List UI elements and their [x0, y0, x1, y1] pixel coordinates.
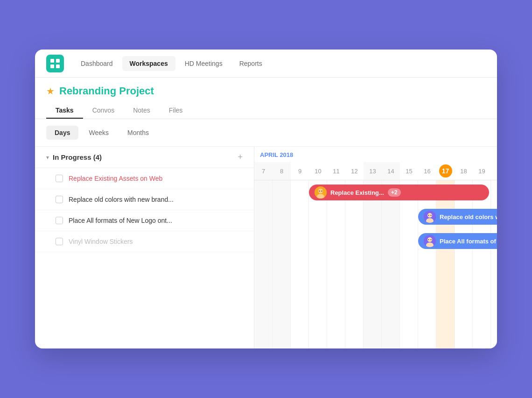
day-cell-16: 16: [418, 162, 436, 180]
task-row: Replace old colors with new brand...: [35, 189, 254, 210]
nav-reports[interactable]: Reports: [232, 56, 270, 71]
task-name-2[interactable]: Replace old colors with new brand...: [69, 196, 174, 203]
svg-point-12: [428, 215, 429, 216]
bar-avatar-1: [424, 211, 436, 223]
main-content: Days Weeks Months ▾ In Progress (4) + Re…: [35, 119, 497, 348]
task-list: Replace Existing Assets on Web Replace o…: [35, 168, 254, 348]
view-months[interactable]: Months: [119, 126, 157, 140]
nav-items: Dashboard Workspaces HD Meetings Reports: [73, 56, 270, 71]
project-header: ★ Rebranding Project: [35, 78, 497, 97]
svg-point-8: [322, 191, 322, 192]
bar-label-1: Replace old colors with new brand...: [440, 213, 497, 220]
day-cell-19: 19: [473, 162, 491, 180]
task-name-3[interactable]: Place All formats of New Logo ont...: [69, 217, 172, 224]
gantt-container: ▾ In Progress (4) + Replace Existing Ass…: [35, 147, 497, 348]
day-cell-12: 12: [345, 162, 364, 180]
bar-label-2: Place All formats of New Logo ont...: [440, 238, 497, 245]
nav-hd-meetings[interactable]: HD Meetings: [177, 56, 230, 71]
tab-tasks[interactable]: Tasks: [46, 103, 83, 119]
gantt-bar-2[interactable]: Place All formats of New Logo ont...: [418, 233, 497, 249]
day-cell-17: 17: [436, 162, 455, 180]
right-panel: APRIL 2018 789101112131415161718192021 R…: [254, 147, 497, 348]
day-cell-14: 14: [382, 162, 400, 180]
svg-rect-3: [56, 64, 60, 68]
task-checkbox-2[interactable]: [56, 196, 63, 203]
collapse-icon[interactable]: ▾: [46, 154, 49, 161]
svg-rect-2: [50, 64, 54, 68]
bar-avatar-2: [424, 235, 436, 247]
project-title: Rebranding Project: [59, 85, 154, 97]
bar-label-0: Replace Existing...: [330, 189, 384, 196]
bar-badge-0: +2: [388, 188, 401, 197]
task-checkbox-4[interactable]: [56, 238, 63, 245]
group-header: ▾ In Progress (4) +: [35, 147, 254, 168]
view-days[interactable]: Days: [46, 126, 78, 140]
task-name-1[interactable]: Replace Existing Assets on Web: [69, 175, 162, 182]
star-icon[interactable]: ★: [46, 85, 55, 97]
add-task-icon[interactable]: +: [238, 152, 243, 162]
nav-workspaces[interactable]: Workspaces: [122, 56, 175, 71]
gantt-bars: Replace Existing...+2 Replace old colors…: [254, 180, 497, 348]
day-cell-13: 13: [364, 162, 382, 180]
app-window: Dashboard Workspaces HD Meetings Reports…: [35, 50, 497, 348]
day-cell-20: 20: [491, 162, 497, 180]
left-panel: ▾ In Progress (4) + Replace Existing Ass…: [35, 147, 254, 348]
task-row: Vinyl Window Stickers: [35, 231, 254, 252]
tab-convos[interactable]: Convos: [83, 103, 124, 119]
view-weeks[interactable]: Weeks: [80, 126, 117, 140]
task-row: Place All formats of New Logo ont...: [35, 210, 254, 231]
day-cell-15: 15: [400, 162, 418, 180]
sub-tabs: Tasks Convos Notes Files: [35, 97, 497, 119]
day-cell-7: 7: [254, 162, 273, 180]
top-nav: Dashboard Workspaces HD Meetings Reports: [35, 50, 497, 78]
nav-dashboard[interactable]: Dashboard: [73, 56, 120, 71]
calendar-body: Replace Existing...+2 Replace old colors…: [254, 180, 497, 348]
bar-avatar-0: [315, 186, 327, 199]
svg-point-13: [431, 215, 432, 216]
calendar-header: APRIL 2018 789101112131415161718192021: [254, 147, 497, 180]
svg-point-18: [431, 239, 432, 240]
task-checkbox-3[interactable]: [56, 217, 63, 224]
day-cell-18: 18: [455, 162, 473, 180]
svg-point-7: [319, 191, 320, 192]
task-row: Replace Existing Assets on Web: [35, 168, 254, 189]
app-logo: [46, 55, 64, 72]
day-cell-10: 10: [309, 162, 327, 180]
gantt-bar-1[interactable]: Replace old colors with new brand...: [418, 209, 497, 225]
view-controls: Days Weeks Months: [35, 119, 497, 147]
tab-notes[interactable]: Notes: [124, 103, 160, 119]
day-cell-9: 9: [291, 162, 309, 180]
task-checkbox-1[interactable]: [56, 175, 63, 182]
svg-rect-0: [50, 59, 54, 63]
gantt-bar-0[interactable]: Replace Existing...+2: [309, 185, 489, 200]
svg-rect-1: [56, 59, 60, 63]
days-row: 789101112131415161718192021: [254, 162, 497, 180]
day-cell-11: 11: [327, 162, 345, 180]
tab-files[interactable]: Files: [160, 103, 192, 119]
month-label: APRIL 2018: [254, 149, 299, 160]
svg-point-17: [428, 239, 429, 240]
task-name-4[interactable]: Vinyl Window Stickers: [69, 238, 133, 245]
group-title: In Progress (4): [53, 153, 102, 161]
day-cell-8: 8: [273, 162, 291, 180]
